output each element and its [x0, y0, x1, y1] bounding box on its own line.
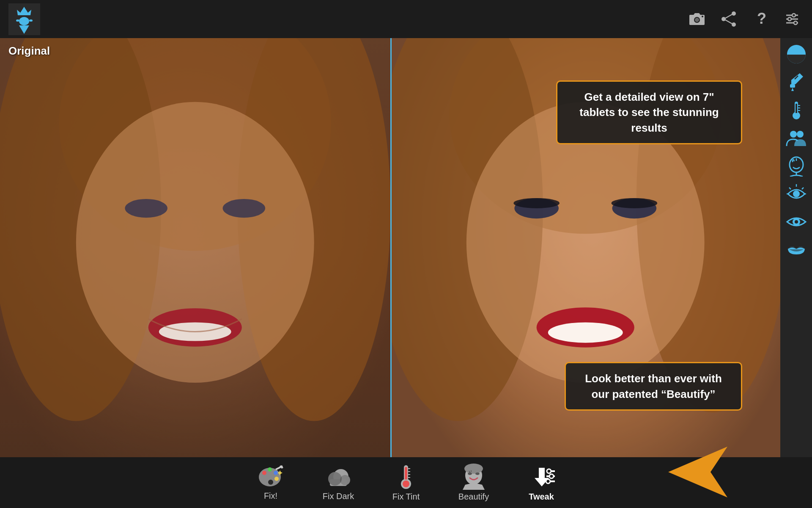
svg-point-60 [793, 190, 800, 197]
group-icon[interactable] [784, 125, 809, 151]
svg-marker-103 [668, 447, 727, 497]
svg-point-27 [223, 199, 266, 218]
svg-line-57 [793, 159, 794, 161]
svg-point-81 [340, 475, 350, 485]
svg-point-38 [611, 198, 657, 208]
tweak-icon [527, 464, 556, 490]
svg-rect-4 [16, 19, 19, 22]
svg-point-8 [702, 16, 703, 17]
app-logo-icon [8, 3, 40, 35]
tooltip-beautify: Look better than ever with our patented … [565, 362, 742, 411]
tooltip-tablets: Get a detailed view on 7" tablets to see… [556, 80, 742, 144]
svg-point-71 [274, 471, 278, 475]
fix-dark-icon [326, 464, 351, 489]
svg-rect-45 [790, 84, 795, 88]
svg-rect-5 [29, 19, 33, 22]
fix-icon [258, 464, 283, 489]
svg-point-11 [732, 22, 736, 27]
eye-icon[interactable] [784, 209, 809, 235]
share-button[interactable] [717, 8, 740, 31]
svg-rect-49 [796, 104, 797, 113]
svg-point-102 [546, 479, 550, 483]
fix-tint-tool[interactable]: Fix Tint [372, 459, 440, 506]
svg-point-67 [795, 220, 798, 224]
svg-point-72 [274, 477, 279, 481]
beautify-tool[interactable]: Beautify [440, 459, 508, 506]
settings-button[interactable] [780, 8, 804, 31]
svg-line-62 [802, 188, 804, 189]
compare-icon[interactable] [784, 41, 809, 67]
fix-dark-label: Fix Dark [323, 491, 354, 501]
eye-enhanced-icon[interactable] [784, 181, 809, 207]
svg-point-2 [19, 17, 29, 25]
dropper-icon[interactable] [784, 69, 809, 95]
svg-rect-84 [405, 467, 407, 480]
svg-point-70 [268, 467, 272, 472]
beautify-label: Beautify [458, 492, 489, 502]
svg-point-7 [695, 18, 699, 22]
top-bar: ? [0, 0, 812, 38]
camera-button[interactable] [685, 8, 708, 31]
arrow-indicator [643, 447, 727, 497]
svg-point-98 [547, 469, 551, 473]
photo-original [0, 38, 390, 457]
svg-line-12 [725, 14, 732, 18]
temperature-icon[interactable] [784, 97, 809, 123]
svg-line-13 [725, 20, 732, 24]
svg-point-19 [788, 17, 791, 21]
svg-point-20 [794, 21, 797, 25]
svg-point-9 [732, 11, 736, 16]
svg-point-69 [262, 471, 266, 475]
svg-point-80 [328, 472, 342, 486]
svg-point-53 [790, 131, 797, 138]
svg-point-18 [792, 14, 796, 17]
svg-line-64 [789, 188, 791, 189]
original-label: Original [8, 44, 50, 58]
svg-point-93 [475, 472, 480, 475]
svg-point-54 [797, 131, 804, 138]
tweak-label: Tweak [529, 492, 554, 502]
right-sidebar [780, 38, 812, 457]
svg-point-73 [268, 480, 273, 485]
svg-point-100 [549, 474, 554, 478]
fix-dark-tool[interactable]: Fix Dark [304, 459, 372, 506]
svg-point-92 [468, 472, 472, 475]
fix-label: Fix! [264, 491, 277, 501]
fix-tint-icon [397, 464, 415, 490]
svg-point-40 [548, 322, 623, 342]
main-photo-area: Original Get a detailed view on 7" table… [0, 38, 780, 457]
help-button[interactable]: ? [749, 8, 772, 31]
svg-point-91 [464, 464, 483, 474]
face-icon[interactable] [784, 153, 809, 179]
svg-point-37 [513, 198, 560, 208]
svg-point-85 [403, 480, 409, 487]
lips-icon[interactable] [784, 237, 809, 262]
tweak-tool[interactable]: Tweak [508, 459, 575, 506]
fix-tool[interactable]: Fix! [237, 459, 304, 506]
photo-divider [390, 38, 392, 457]
svg-text:?: ? [757, 11, 766, 27]
svg-point-10 [721, 17, 726, 21]
fix-tint-label: Fix Tint [392, 492, 420, 502]
svg-point-26 [125, 199, 167, 218]
beautify-icon [463, 464, 485, 490]
